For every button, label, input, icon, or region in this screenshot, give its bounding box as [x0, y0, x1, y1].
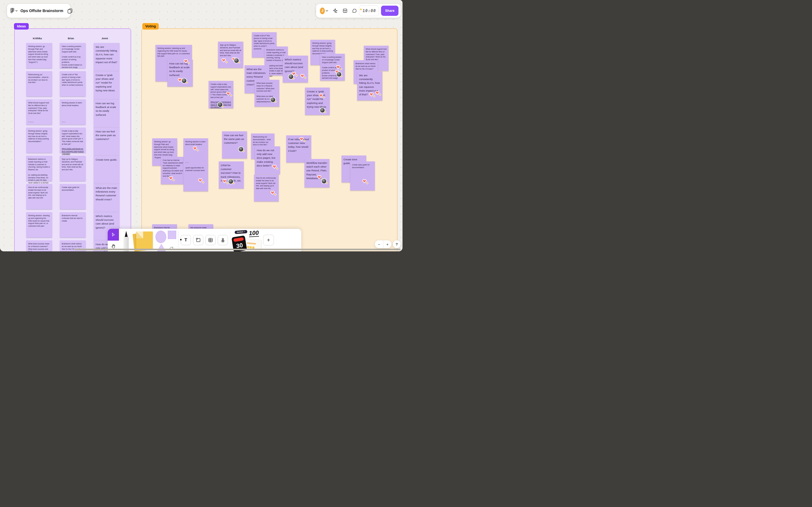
sticky-note-tool[interactable] — [133, 231, 153, 251]
sticky-note[interactable]: Create style guide for documentation — [350, 161, 375, 190]
sticky-note[interactable]: Create a “grab your shoes and run” model… — [94, 71, 119, 99]
heart-sticker-icon[interactable] — [299, 136, 304, 141]
sticky-note[interactable]: Sign up for Mailgun, SendGrid, and Postm… — [60, 156, 85, 181]
stamp-tool[interactable] — [218, 235, 228, 245]
avatar-chevron-icon[interactable] — [326, 10, 328, 11]
comment-button[interactable] — [352, 8, 357, 13]
sticky-note[interactable]: Restructuring our documentation - what d… — [26, 71, 52, 97]
sticky-note[interactable]: Create style guide for documentation — [60, 184, 85, 209]
avatar-sticker-icon[interactable] — [239, 147, 243, 152]
sticky-note[interactable]: How can we log feedback at scale so its … — [167, 60, 193, 87]
sticky-note[interactable]: What are the main milestones every Resen… — [94, 184, 119, 212]
sticky-note[interactable]: What should support look like for differ… — [26, 99, 52, 125]
heart-sticker-icon[interactable] — [222, 178, 227, 183]
add-tool-button[interactable]: + — [263, 235, 274, 245]
avatar-sticker-icon[interactable] — [289, 74, 293, 79]
figma-logo-icon[interactable] — [10, 8, 14, 13]
sticky-note[interactable]: If we rebuilt retool customer view today… — [286, 135, 311, 163]
sticky-note[interactable]: Brainstorm internal runbooks that we nee… — [60, 212, 85, 237]
avatar-sticker-icon[interactable] — [234, 58, 239, 63]
avatar-sticker-icon[interactable] — [229, 179, 233, 184]
avatar[interactable]: J — [320, 7, 325, 14]
avatar-sticker-icon[interactable] — [322, 179, 326, 183]
sticky-note[interactable]: Working session to learn about email hea… — [60, 99, 85, 125]
avatar-sticker-icon[interactable] — [271, 98, 275, 102]
heart-sticker-icon[interactable] — [368, 91, 374, 97]
section-tool[interactable] — [193, 235, 203, 245]
heart-sticker-icon[interactable] — [168, 175, 174, 180]
sticky-note[interactable]: What does success mean for a Resend cust… — [26, 240, 52, 251]
column-header[interactable]: Krithika — [26, 37, 48, 40]
avatar-sticker-icon[interactable] — [218, 102, 222, 107]
help-button[interactable]: ? — [393, 240, 401, 248]
sticky-note[interactable]: We are consistently hitting SLA's, how c… — [357, 71, 383, 101]
heart-sticker-icon[interactable] — [316, 174, 322, 179]
text-tool[interactable]: T — [181, 235, 191, 245]
sticky-note[interactable]: How do we continuously enable the team t… — [254, 175, 279, 202]
sticky-note[interactable]: Working session: go through Plain and de… — [26, 43, 52, 68]
column-header[interactable]: Jonni — [94, 37, 116, 40]
share-button[interactable]: Share — [381, 6, 399, 16]
sticky-note[interactable]: We are consistently hitting SLA's, how c… — [94, 43, 119, 71]
sticky-note[interactable]: How do we continuously enable the team t… — [26, 184, 52, 209]
timer-widget[interactable]: 10:00 — [359, 5, 379, 16]
sticky-note[interactable]: How can we log feedback at scale so its … — [94, 99, 119, 127]
sticky-note[interactable]: Create a list of "this person is having … — [60, 71, 85, 97]
avatar-sticker-icon[interactable] — [320, 108, 325, 113]
sticky-note[interactable]: Have a working session on Knowledge Cent… — [60, 43, 85, 68]
sticky-note[interactable]: Working session to learn about email hea… — [183, 138, 208, 165]
zoom-in-button[interactable]: + — [384, 240, 392, 248]
sticky-note[interactable]: upsell opportunities for customer succes… — [183, 164, 208, 191]
zoom-controls: − + — [375, 240, 392, 248]
heart-sticker-icon[interactable] — [335, 64, 341, 69]
shapes-tool[interactable] — [156, 231, 176, 251]
sticky-note[interactable]: CRM for customer success? How to track m… — [219, 161, 244, 188]
sticky-note[interactable]: Working session: going through Inkeep in… — [26, 127, 52, 153]
heart-sticker-icon[interactable] — [374, 90, 380, 95]
voting-section-label[interactable]: Voting — [142, 23, 159, 30]
sticky-note[interactable]: Which metrics should success care about … — [283, 56, 308, 82]
heart-sticker-icon[interactable] — [299, 73, 305, 78]
sticky-note[interactable]: Have a working session on Knowledge Cent… — [320, 54, 345, 80]
avatar-sticker-icon[interactable] — [337, 72, 341, 76]
boards-button[interactable] — [67, 8, 73, 14]
column-header[interactable]: Brian — [60, 37, 82, 40]
sticky-note[interactable]: How do we not only add new docs pages, b… — [255, 146, 280, 174]
horizontal-scrollbar[interactable] — [75, 249, 401, 250]
widgets-button[interactable]: Jambot ✦ 100 30 Week Planner — [233, 230, 261, 251]
avatar-sticker-icon[interactable] — [182, 78, 186, 83]
sticky-note[interactable]: Working session: cleaning up and organiz… — [26, 212, 52, 237]
sticky-note[interactable]: Create a “grab your shoes and run” model… — [305, 88, 330, 115]
ideas-section-label[interactable]: Ideas — [14, 23, 29, 30]
select-tool[interactable] — [108, 229, 119, 241]
sticky-note[interactable]: Brainstorm metrics to create reporting o… — [26, 156, 52, 181]
heart-sticker-icon[interactable] — [318, 92, 324, 98]
table-tool[interactable] — [206, 235, 216, 245]
heart-sticker-icon[interactable] — [183, 58, 189, 63]
sticky-note[interactable]: Create a day-to-day support expectations… — [60, 127, 85, 153]
note-link[interactable]: https://a16z.com/good-product-manager-ba… — [62, 148, 84, 155]
templates-button[interactable] — [342, 8, 348, 13]
ai-sparkle-button[interactable] — [333, 8, 338, 14]
note-text: Have a working session on Knowledge Cent… — [62, 45, 84, 69]
zoom-out-button[interactable]: − — [375, 240, 384, 248]
sticky-note[interactable]: Sign up for Mailgun, SendGrid, and Postm… — [218, 42, 243, 68]
file-title[interactable]: Ops Offsite Brainstorm — [20, 9, 63, 13]
heart-sticker-icon[interactable] — [361, 178, 367, 183]
heart-sticker-icon[interactable] — [192, 145, 198, 151]
file-menu-chevron-icon[interactable] — [15, 10, 18, 11]
heart-sticker-icon[interactable] — [221, 57, 227, 63]
sticky-note[interactable]: Workflow transfer: watch each other use … — [304, 159, 330, 187]
sticky-note[interactable]: Create a day-to-day support expectations… — [209, 81, 233, 108]
note-text: What should support look like for differ… — [28, 102, 50, 115]
heart-sticker-icon[interactable] — [270, 189, 276, 195]
marker-tool[interactable] — [123, 231, 130, 251]
heart-sticker-icon[interactable] — [225, 91, 231, 96]
sticky-note[interactable]: How can we feel the same pain as custome… — [94, 127, 119, 156]
sticky-note[interactable]: If we had an internal “hack week/launch … — [161, 157, 186, 184]
heart-sticker-icon[interactable] — [272, 164, 277, 169]
sticky-note[interactable]: What does success mean for a Resend cust… — [254, 80, 279, 107]
sticky-note[interactable]: How can we feel the same pain as custome… — [222, 131, 247, 158]
heart-sticker-icon[interactable] — [197, 177, 203, 183]
sticky-note[interactable]: Create tone guide. — [94, 156, 119, 184]
